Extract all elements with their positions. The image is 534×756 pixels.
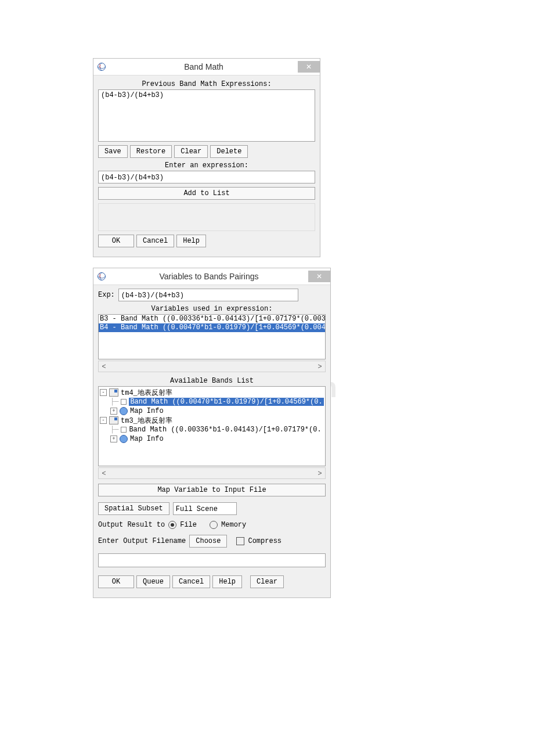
tree-mapinfo-tm4[interactable]: + Map Info bbox=[100, 406, 324, 416]
tree-band-label: Band Math ((0.00336*b1-0.04143)/[1+0.071… bbox=[129, 426, 321, 434]
variable-b4-row[interactable]: B4 - Band Math ((0.00470*b1-0.01979)/[1+… bbox=[99, 323, 325, 332]
tree-connector: ├─ bbox=[110, 426, 118, 434]
scroll-right-icon[interactable]: > bbox=[315, 362, 325, 370]
tree-file-label: tm3_地表反射率 bbox=[121, 416, 172, 426]
band-icon bbox=[121, 427, 127, 433]
expand-icon[interactable]: + bbox=[110, 408, 117, 415]
band-math-window: Band Math ✕ Previous Band Math Expressio… bbox=[93, 58, 320, 257]
tree-file-label: tm4_地表反射率 bbox=[121, 388, 172, 398]
output-file-label: File bbox=[180, 521, 197, 529]
output-memory-radio[interactable] bbox=[210, 521, 218, 529]
file-icon bbox=[109, 388, 118, 397]
previous-expressions-list[interactable]: (b4-b3)/(b4+b3) bbox=[98, 89, 315, 142]
compress-checkbox[interactable] bbox=[236, 537, 244, 545]
status-area bbox=[98, 203, 315, 231]
tree-mapinfo-label: Map Info bbox=[130, 407, 164, 415]
expand-icon[interactable]: + bbox=[110, 435, 117, 442]
choose-button[interactable]: Choose bbox=[189, 535, 227, 548]
close-icon[interactable]: ✕ bbox=[298, 61, 320, 73]
tree-band-label: Band Math ((0.00470*b1-0.01979)/[1+0.045… bbox=[129, 398, 323, 406]
pairings-titlebar: Variables to Bands Pairings ✕ bbox=[93, 268, 330, 285]
cancel-button[interactable]: Cancel bbox=[172, 575, 210, 588]
ok-button[interactable]: OK bbox=[98, 575, 134, 588]
help-button[interactable]: Help bbox=[176, 235, 206, 247]
app-icon bbox=[97, 272, 106, 281]
queue-button[interactable]: Queue bbox=[136, 575, 170, 588]
collapse-icon[interactable]: - bbox=[100, 417, 107, 424]
tree-hscroll[interactable]: < > bbox=[98, 467, 326, 479]
file-icon bbox=[109, 416, 118, 424]
variable-b3-row[interactable]: B3 - Band Math ((0.00336*b1-0.04143)/[1+… bbox=[99, 315, 325, 323]
ok-button[interactable]: OK bbox=[98, 235, 134, 247]
pairings-title: Variables to Bands Pairings bbox=[110, 272, 308, 281]
spatial-subset-button[interactable]: Spatial Subset bbox=[98, 502, 169, 515]
map-variable-button[interactable]: Map Variable to Input File bbox=[98, 484, 326, 496]
tree-file-tm4[interactable]: - tm4_地表反射率 bbox=[100, 388, 324, 397]
tree-band-tm3[interactable]: ├─ Band Math ((0.00336*b1-0.04143)/[1+0.… bbox=[100, 425, 324, 434]
enter-expression-label: Enter an expression: bbox=[98, 161, 315, 170]
compress-label: Compress bbox=[248, 537, 282, 545]
previous-expressions-label: Previous Band Math Expressions: bbox=[98, 80, 315, 88]
band-icon bbox=[121, 399, 127, 405]
clear-button[interactable]: Clear bbox=[174, 145, 208, 158]
scroll-left-icon[interactable]: < bbox=[99, 362, 109, 370]
available-bands-label: Available Bands List bbox=[98, 377, 326, 385]
restore-button[interactable]: Restore bbox=[130, 145, 172, 158]
clear-button[interactable]: Clear bbox=[250, 575, 284, 588]
close-icon[interactable]: ✕ bbox=[308, 271, 330, 282]
exp-value-input[interactable]: (b4-b3)/(b4+b3) bbox=[118, 289, 298, 301]
cancel-button[interactable]: Cancel bbox=[136, 235, 174, 247]
expression-input[interactable]: (b4-b3)/(b4+b3) bbox=[98, 171, 315, 183]
variables-used-label: Variables used in expression: bbox=[98, 305, 326, 313]
app-icon bbox=[97, 62, 106, 71]
variables-list[interactable]: B3 - Band Math ((0.00336*b1-0.04143)/[1+… bbox=[98, 314, 326, 359]
globe-icon bbox=[120, 435, 128, 443]
tree-band-tm4[interactable]: ├─ Band Math ((0.00470*b1-0.01979)/[1+0.… bbox=[100, 397, 324, 406]
add-to-list-button[interactable]: Add to List bbox=[98, 187, 315, 200]
output-memory-label: Memory bbox=[221, 521, 246, 529]
available-bands-tree[interactable]: - tm4_地表反射率 ├─ Band Math ((0.00470*b1-0.… bbox=[98, 386, 326, 466]
enter-output-filename-label: Enter Output Filename bbox=[98, 537, 186, 545]
band-math-titlebar: Band Math ✕ bbox=[93, 59, 320, 75]
tree-connector: ├─ bbox=[110, 398, 118, 406]
variables-hscroll[interactable]: < > bbox=[98, 361, 326, 372]
exp-label: Exp: bbox=[98, 291, 115, 299]
tree-file-tm3[interactable]: - tm3_地表反射率 bbox=[100, 416, 324, 425]
tree-mapinfo-label: Map Info bbox=[130, 435, 164, 443]
delete-button[interactable]: Delete bbox=[210, 145, 248, 158]
scroll-right-icon[interactable]: > bbox=[315, 469, 325, 477]
band-math-title: Band Math bbox=[110, 62, 298, 71]
save-button[interactable]: Save bbox=[98, 145, 128, 158]
output-file-radio[interactable] bbox=[168, 521, 176, 529]
spatial-subset-value[interactable]: Full Scene bbox=[173, 502, 237, 515]
pairings-window: Variables to Bands Pairings ✕ Exp: (b4-b… bbox=[93, 268, 331, 598]
scroll-left-icon[interactable]: < bbox=[99, 469, 109, 477]
tree-mapinfo-tm3[interactable]: + Map Info bbox=[100, 434, 324, 444]
output-result-label: Output Result to bbox=[98, 521, 165, 529]
collapse-icon[interactable]: - bbox=[100, 389, 107, 396]
help-button[interactable]: Help bbox=[212, 575, 242, 588]
output-filename-input[interactable] bbox=[98, 553, 326, 567]
globe-icon bbox=[120, 407, 128, 415]
